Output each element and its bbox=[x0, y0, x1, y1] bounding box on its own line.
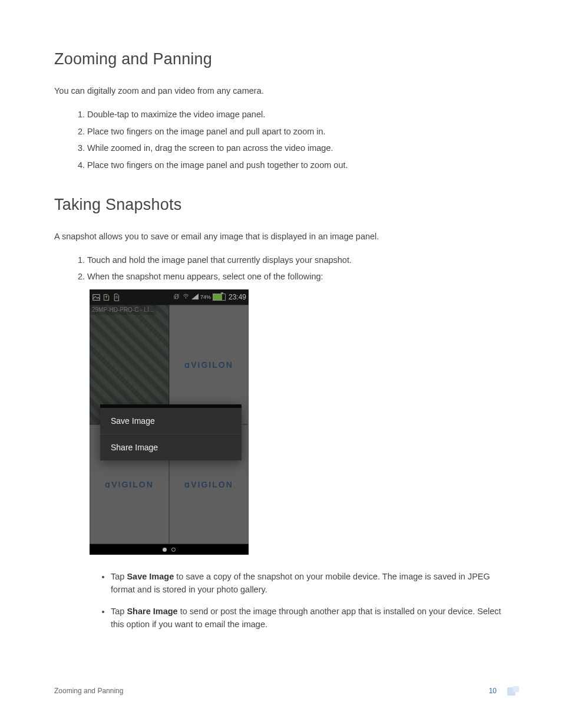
section2-bullets: Tap Save Image to save a copy of the sna… bbox=[54, 570, 508, 631]
step-item: Double-tap to maximize the video image p… bbox=[87, 108, 508, 121]
status-bar: 74% 23:49 bbox=[90, 289, 249, 305]
step-item: When the snapshot menu appears, select o… bbox=[87, 271, 508, 284]
wifi-icon bbox=[182, 293, 190, 301]
section1-steps: Double-tap to maximize the video image p… bbox=[54, 108, 508, 172]
image-icon bbox=[92, 293, 100, 301]
page-number: 10 bbox=[489, 687, 497, 695]
section-heading-snapshots: Taking Snapshots bbox=[54, 196, 508, 214]
battery-icon bbox=[213, 294, 226, 301]
page-indicator bbox=[90, 544, 249, 555]
pager-dot-active bbox=[163, 548, 167, 552]
svg-point-7 bbox=[186, 297, 187, 298]
menu-item-share-image[interactable]: Share Image bbox=[100, 434, 242, 460]
step-item: While zoomed in, drag the screen to pan … bbox=[87, 142, 508, 155]
footer-section-name: Zooming and Panning bbox=[54, 687, 123, 695]
bullet-item: Tap Save Image to save a copy of the sna… bbox=[111, 570, 508, 597]
footer-logo-icon bbox=[507, 686, 519, 696]
avigilon-logo: ɑVIGILON bbox=[184, 360, 233, 370]
vibrate-icon bbox=[173, 293, 180, 301]
avigilon-logo: ɑVIGILON bbox=[105, 480, 154, 489]
step-item: Place two fingers on the image panel and… bbox=[87, 159, 508, 172]
page-footer: Zooming and Panning 10 bbox=[54, 686, 519, 696]
step-item: Place two fingers on the image panel and… bbox=[87, 126, 508, 139]
signal-icon bbox=[191, 294, 199, 301]
app-screenshot: 74% 23:49 ɑVIGILON ɑVIGILON ɑVIGILON 29M… bbox=[90, 289, 249, 555]
menu-item-save-image[interactable]: Save Image bbox=[100, 408, 242, 434]
section-heading-zooming: Zooming and Panning bbox=[54, 50, 508, 68]
snapshot-context-menu: Save Image Share Image bbox=[100, 404, 242, 460]
export-icon bbox=[102, 293, 110, 301]
pager-dot[interactable] bbox=[171, 548, 176, 552]
step-item: Touch and hold the image panel that curr… bbox=[87, 254, 508, 267]
section1-intro: You can digitally zoom and pan video fro… bbox=[54, 85, 508, 98]
avigilon-logo: ɑVIGILON bbox=[184, 480, 233, 489]
camera-label: 29MP-HD-PRO-C - LI... bbox=[90, 305, 156, 315]
section2-steps: Touch and hold the image panel that curr… bbox=[54, 254, 508, 284]
section2-intro: A snapshot allows you to save or email a… bbox=[54, 230, 508, 243]
document-icon bbox=[112, 293, 120, 301]
clock: 23:49 bbox=[229, 293, 246, 301]
battery-percent: 74% bbox=[200, 294, 211, 300]
svg-marker-8 bbox=[191, 294, 199, 299]
bullet-item: Tap Share Image to send or post the imag… bbox=[111, 605, 508, 631]
svg-line-6 bbox=[174, 294, 179, 299]
